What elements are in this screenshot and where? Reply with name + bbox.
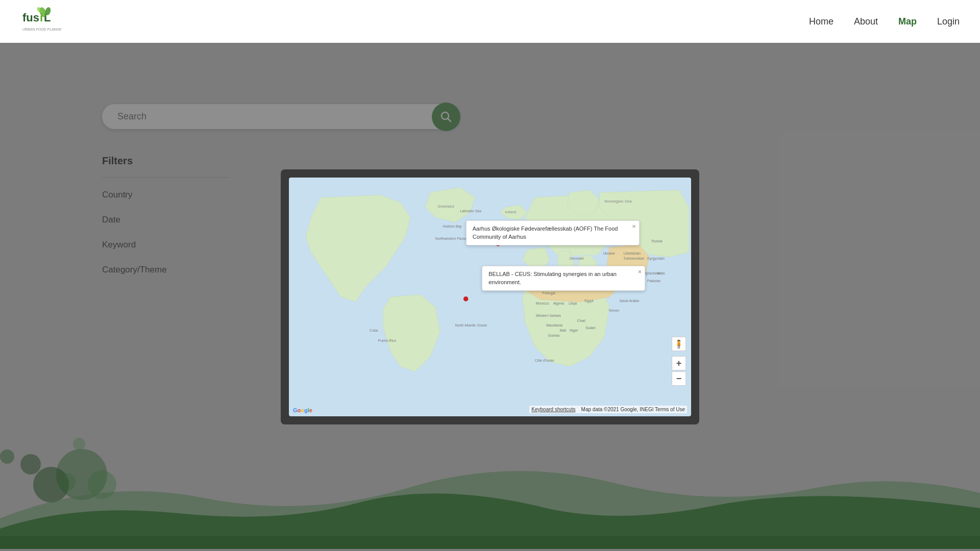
nav-home[interactable]: Home: [809, 16, 834, 27]
svg-text:Western Sahara: Western Sahara: [536, 314, 561, 317]
svg-text:Kyrgyzstan: Kyrgyzstan: [647, 257, 665, 261]
svg-text:Pakistan: Pakistan: [647, 279, 660, 283]
map-pin-spain[interactable]: ●: [462, 293, 469, 304]
logo-container: fus i L URBAN FOOD PLANNING: [20, 6, 61, 37]
svg-text:Hudson Bay: Hudson Bay: [443, 224, 462, 229]
svg-text:Libya: Libya: [569, 302, 577, 306]
map-zoom-in-button[interactable]: +: [672, 356, 686, 370]
map-data-attribution: Map data ©2021 Google, INEGI Terms of Us…: [581, 407, 685, 412]
popup-aarhus-close[interactable]: ×: [632, 223, 636, 230]
map-area: Norwegian Sea Greenland Iceland Denmark …: [289, 178, 691, 416]
svg-text:Puerto Rico: Puerto Rico: [378, 339, 397, 342]
google-logo: Google: [293, 407, 312, 413]
svg-text:Cuba: Cuba: [370, 329, 378, 332]
nav-map[interactable]: Map: [898, 16, 917, 27]
svg-text:Sudan: Sudan: [585, 326, 596, 330]
svg-text:Chad: Chad: [577, 319, 585, 322]
svg-text:India: India: [657, 271, 665, 275]
svg-text:Denmark: Denmark: [570, 257, 584, 260]
modal-overlay[interactable]: Norwegian Sea Greenland Iceland Denmark …: [0, 43, 980, 551]
svg-text:Iceland: Iceland: [505, 210, 516, 214]
nav-links: Home About Map Login: [809, 16, 960, 27]
svg-text:Yemen: Yemen: [608, 309, 619, 312]
logo-icon: fus i L URBAN FOOD PLANNING: [20, 6, 61, 37]
popup-bellab-close[interactable]: ×: [638, 268, 642, 275]
map-streetview-button[interactable]: 🧍: [672, 337, 686, 351]
modal-box: Norwegian Sea Greenland Iceland Denmark …: [281, 169, 699, 424]
map-svg: Norwegian Sea Greenland Iceland Denmark …: [289, 178, 691, 416]
keyboard-shortcuts[interactable]: Keyboard shortcuts: [531, 407, 575, 412]
popup-aarhus-text: Aarhus Økologiske Fødevarefællesskab (AO…: [473, 226, 618, 239]
svg-text:URBAN FOOD PLANNING: URBAN FOOD PLANNING: [22, 28, 61, 31]
svg-text:Portugal: Portugal: [542, 291, 555, 295]
map-popup-bellab: BELLAB - CEUS: Stimulating synergies in …: [482, 266, 645, 291]
svg-text:North Atlantic Ocean: North Atlantic Ocean: [455, 324, 487, 328]
svg-text:Côte d'Ivoire: Côte d'Ivoire: [535, 359, 554, 362]
svg-text:Greenland: Greenland: [438, 205, 454, 208]
map-popup-aarhus: Aarhus Økologiske Fødevarefællesskab (AO…: [466, 220, 640, 245]
map-attribution: Keyboard shortcuts Map data ©2021 Google…: [529, 406, 687, 413]
svg-text:Saudi Arabia: Saudi Arabia: [620, 299, 640, 303]
svg-text:Mauritania: Mauritania: [546, 324, 562, 328]
popup-bellab-text: BELLAB - CEUS: Stimulating synergies in …: [488, 271, 617, 285]
map-controls: 🧍 + −: [672, 337, 686, 386]
svg-text:Russia: Russia: [652, 239, 663, 243]
svg-text:Turkmenistan: Turkmenistan: [623, 257, 644, 260]
svg-text:Labrador Sea: Labrador Sea: [460, 209, 481, 213]
nav-login[interactable]: Login: [937, 16, 960, 27]
svg-text:Algeria: Algeria: [553, 302, 564, 306]
page-background: Filters Country Date Keyword Category/Th…: [0, 43, 980, 551]
svg-text:Uzbekistan: Uzbekistan: [623, 252, 641, 255]
svg-text:Niger: Niger: [570, 329, 578, 333]
svg-text:fus: fus: [22, 11, 39, 24]
map-zoom-out-button[interactable]: −: [672, 371, 686, 386]
header: fus i L URBAN FOOD PLANNING Home About M…: [0, 0, 980, 43]
svg-text:Norwegian Sea: Norwegian Sea: [604, 199, 632, 204]
svg-text:Egypt: Egypt: [584, 299, 594, 303]
svg-text:Morocco: Morocco: [536, 302, 549, 305]
svg-text:Guinea: Guinea: [548, 334, 559, 337]
svg-text:Ukraine: Ukraine: [603, 252, 615, 255]
svg-text:Mali: Mali: [560, 329, 567, 332]
nav-about[interactable]: About: [854, 16, 878, 27]
